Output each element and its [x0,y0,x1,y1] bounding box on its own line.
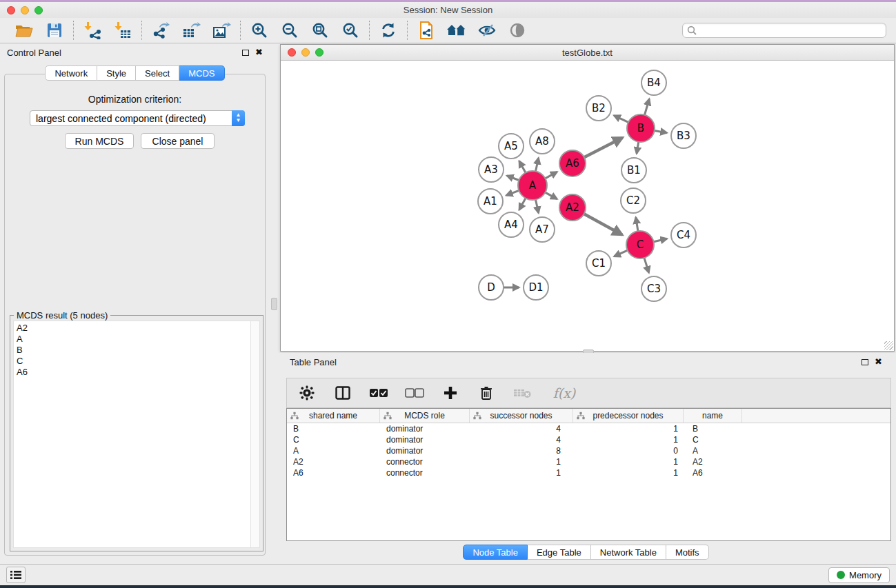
table-tab-node-table[interactable]: Node Table [463,545,528,560]
table-cell[interactable]: dominator [380,424,470,434]
run-mcds-button[interactable]: Run MCDS [65,133,134,149]
column-header-name[interactable]: name [684,409,742,423]
graph-node-B3[interactable]: B3 [671,123,696,148]
table-row[interactable]: A6connector11A6 [287,467,890,478]
graph-node-C4[interactable]: C4 [671,223,696,247]
table-cell[interactable]: connector [380,468,470,478]
export-table-button[interactable] [181,21,201,40]
graph-edge-B-B3[interactable] [655,130,667,132]
graph-node-A5[interactable]: A5 [499,134,524,159]
graph-node-A1[interactable]: A1 [478,189,503,214]
graph-edge-A-A8[interactable] [535,158,538,171]
graph-edge-C-C4[interactable] [654,239,667,241]
table-cell[interactable]: dominator [380,435,470,445]
table-cell[interactable]: 4 [470,435,573,445]
window-resize-grip[interactable] [884,341,893,350]
graph-edge-C-C3[interactable] [644,258,649,272]
table-row[interactable]: Adominator80A [287,445,890,456]
table-cell[interactable]: A6 [287,468,380,478]
save-session-button[interactable] [44,21,65,40]
column-header-MCDS-role[interactable]: MCDS role [380,409,470,423]
import-table-button[interactable] [112,21,133,40]
optimization-criterion-select[interactable]: largest connected component (directed) ▲… [30,110,245,126]
table-cell[interactable]: dominator [380,446,470,456]
table-cell[interactable]: 1 [573,457,684,467]
table-cell[interactable]: C [684,435,742,445]
export-network-button[interactable] [150,21,171,40]
show-eye-button[interactable] [507,21,528,40]
result-list-item[interactable]: A2 [17,323,259,334]
graph-node-A6[interactable]: A6 [559,150,586,176]
network-file-button[interactable] [416,21,437,40]
tab-network[interactable]: Network [45,65,97,81]
close-table-panel-icon[interactable]: ✖ [875,358,882,365]
network-window-titlebar[interactable]: testGlobe.txt [281,45,894,61]
table-tab-motifs[interactable]: Motifs [666,545,709,560]
result-list-item[interactable]: B [17,345,259,356]
zoom-selected-button[interactable] [340,21,361,40]
task-history-button[interactable] [6,567,26,583]
table-cell[interactable]: 8 [470,446,573,456]
close-panel-button[interactable]: Close panel [141,133,215,149]
table-cell[interactable]: connector [380,457,470,467]
graph-edge-A6-B[interactable] [584,138,623,158]
delete-table-button[interactable] [512,383,532,403]
graph-node-D[interactable]: D [479,275,504,300]
graph-node-A7[interactable]: A7 [530,217,555,242]
column-header-successor-nodes[interactable]: successor nodes [470,409,573,423]
deselect-all-rows-button[interactable] [404,383,425,403]
table-row[interactable]: Cdominator41C [287,434,890,445]
table-cell[interactable]: 1 [573,435,684,445]
graph-edge-A2-C[interactable] [584,214,622,234]
tab-style[interactable]: Style [97,65,136,81]
graph-edge-C-C1[interactable] [614,250,627,256]
table-tab-network-table[interactable]: Network Table [591,545,666,560]
result-list-scrollbar[interactable] [250,321,259,547]
zoom-out-button[interactable] [279,21,300,40]
hide-panel-button[interactable] [477,21,497,40]
float-panel-icon[interactable] [242,50,249,56]
delete-column-button[interactable] [476,383,497,403]
graph-edge-A-A4[interactable] [519,198,526,210]
memory-button[interactable]: Memory [828,567,890,583]
graph-edge-A-A6[interactable] [545,172,557,178]
graph-edge-A-A7[interactable] [535,200,538,213]
zoom-fit-button[interactable] [310,21,330,40]
graph-node-A4[interactable]: A4 [499,212,524,237]
graph-node-B4[interactable]: B4 [641,70,666,95]
tab-mcds[interactable]: MCDS [179,65,224,81]
import-network-button[interactable] [82,21,103,40]
show-columns-button[interactable] [332,383,353,403]
table-cell[interactable]: 1 [573,468,684,478]
table-cell[interactable]: 4 [470,424,573,434]
graph-node-C[interactable]: C [626,231,654,258]
graph-edge-A-A1[interactable] [506,190,519,195]
table-row[interactable]: Bdominator41B [287,423,890,434]
column-header-shared-name[interactable]: shared name [287,409,380,423]
graph-node-C2[interactable]: C2 [621,188,646,213]
open-session-button[interactable] [14,21,34,40]
table-cell[interactable]: A [287,446,380,456]
graph-edge-C-C2[interactable] [636,217,638,231]
table-cell[interactable]: B [684,424,742,434]
search-field[interactable] [682,23,886,38]
graph-node-B[interactable]: B [627,114,655,142]
table-tab-edge-table[interactable]: Edge Table [528,545,591,560]
graph-edge-B-B2[interactable] [614,116,628,123]
graph-node-B2[interactable]: B2 [586,96,611,121]
result-list-item[interactable]: A [17,334,259,345]
graph-edge-A-A2[interactable] [545,192,557,199]
vertical-splitter-handle[interactable] [271,298,277,310]
table-cell[interactable]: A6 [684,468,742,478]
result-list-item[interactable]: C [17,356,259,367]
graph-edge-A-A3[interactable] [507,176,519,181]
graph-edge-B-B4[interactable] [645,99,650,115]
function-builder-button[interactable]: f(x) [548,383,581,403]
graph-node-A2[interactable]: A2 [559,194,586,221]
zoom-in-button[interactable] [249,21,270,40]
tab-select[interactable]: Select [136,65,179,81]
table-cell[interactable]: B [287,424,380,434]
table-cell[interactable]: C [287,435,380,445]
network-canvas[interactable]: B4B2BB3A5A8A3A6B1AA1C2A2A4A7C4CC1C3DD1 [281,61,894,351]
home-views-button[interactable] [446,21,467,40]
